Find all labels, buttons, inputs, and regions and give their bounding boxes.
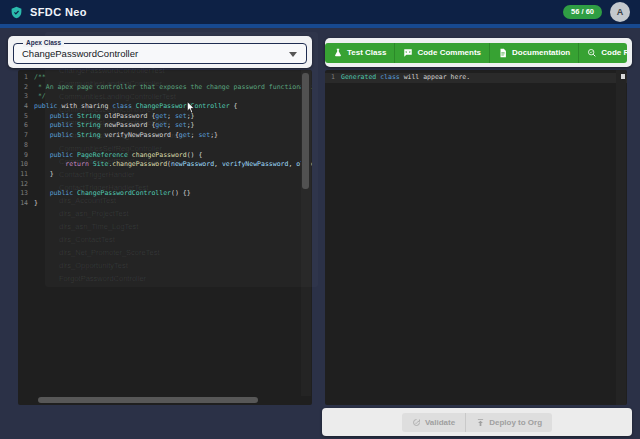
line-number: 7 <box>18 131 34 141</box>
code-line: 12 <box>18 180 312 190</box>
code-line: 14} <box>18 199 312 209</box>
deploy-toolbar: Validate Deploy to Org <box>322 408 632 436</box>
document-icon <box>498 48 508 58</box>
code-line: 3 */ <box>18 92 312 102</box>
magnifier-review-icon <box>587 48 597 58</box>
line-number: 8 <box>18 141 34 151</box>
line-number: 9 <box>18 151 34 161</box>
line-number: 5 <box>18 112 34 122</box>
line-number: 1 <box>325 73 341 83</box>
apex-class-select-value: ChangePasswordController <box>14 48 138 59</box>
code-line: 8 <box>18 141 312 151</box>
line-number: 12 <box>18 180 34 190</box>
code-line: 1Generated class will appear here. <box>325 73 627 83</box>
documentation-button[interactable]: Documentation <box>489 43 578 63</box>
code-review-button[interactable]: Code Review <box>578 43 627 63</box>
vertical-scrollbar-track <box>301 70 311 396</box>
line-number: 2 <box>18 83 34 93</box>
actions-panel: Test Class Code Comments Documentation <box>325 38 632 67</box>
apex-class-select-label: Apex Class <box>23 39 64 47</box>
deploy-to-org-button[interactable]: Deploy to Org <box>465 413 552 432</box>
line-number: 11 <box>18 170 34 180</box>
code-line: 7 public String verifyNewPassword {get; … <box>18 131 312 141</box>
actions-button-group: Test Class Code Comments Documentation <box>325 43 627 63</box>
line-number: 4 <box>18 102 34 112</box>
validate-sync-icon <box>412 418 421 427</box>
vertical-scrollbar-track <box>616 70 626 405</box>
validate-button[interactable]: Validate <box>402 413 465 432</box>
apex-class-panel: Apex Class ChangePasswordController <box>8 36 312 68</box>
code-line: 1/** <box>18 73 312 83</box>
horizontal-scrollbar[interactable] <box>38 397 258 403</box>
line-number: 14 <box>18 199 34 209</box>
apex-class-select[interactable]: Apex Class ChangePasswordController <box>13 43 307 64</box>
code-line: 13 public ChangePasswordController() {} <box>18 189 312 199</box>
line-number: 3 <box>18 92 34 102</box>
avatar[interactable]: A <box>610 2 630 22</box>
code-line: 2 * An apex page controller that exposes… <box>18 83 312 93</box>
output-code-editor[interactable]: 1Generated class will appear here. <box>325 70 627 405</box>
code-line: 11 } <box>18 170 312 180</box>
code-line: 5 public String oldPassword {get; set;} <box>18 112 312 122</box>
app-title: SFDC Neo <box>30 6 87 18</box>
flask-icon <box>333 48 343 58</box>
code-line: 4public with sharing class ChangePasswor… <box>18 102 312 112</box>
app-header: SFDC Neo 56 / 60 A <box>0 0 640 28</box>
line-number: 6 <box>18 121 34 131</box>
deploy-button-group: Validate Deploy to Org <box>402 413 552 432</box>
chevron-down-icon <box>289 52 297 57</box>
code-line: 9 public PageReference changePassword() … <box>18 151 312 161</box>
line-number: 13 <box>18 189 34 199</box>
vertical-scrollbar[interactable] <box>302 73 309 189</box>
test-class-button[interactable]: Test Class <box>325 43 394 63</box>
comment-icon <box>403 48 413 58</box>
usage-badge: 56 / 60 <box>563 5 602 19</box>
overview-ruler-cursor <box>621 74 625 79</box>
line-number: 1 <box>18 73 34 83</box>
code-line: 10 return Site.changePassword(newPasswor… <box>18 160 312 170</box>
mouse-cursor-icon <box>185 100 196 118</box>
line-number: 10 <box>18 160 34 170</box>
code-comments-button[interactable]: Code Comments <box>394 43 489 63</box>
app-logo-icon <box>10 6 23 19</box>
code-line: 6 public String newPassword {get; set;} <box>18 121 312 131</box>
publish-upload-icon <box>476 418 485 427</box>
source-code-editor[interactable]: 1/**2 * An apex page controller that exp… <box>18 70 312 405</box>
